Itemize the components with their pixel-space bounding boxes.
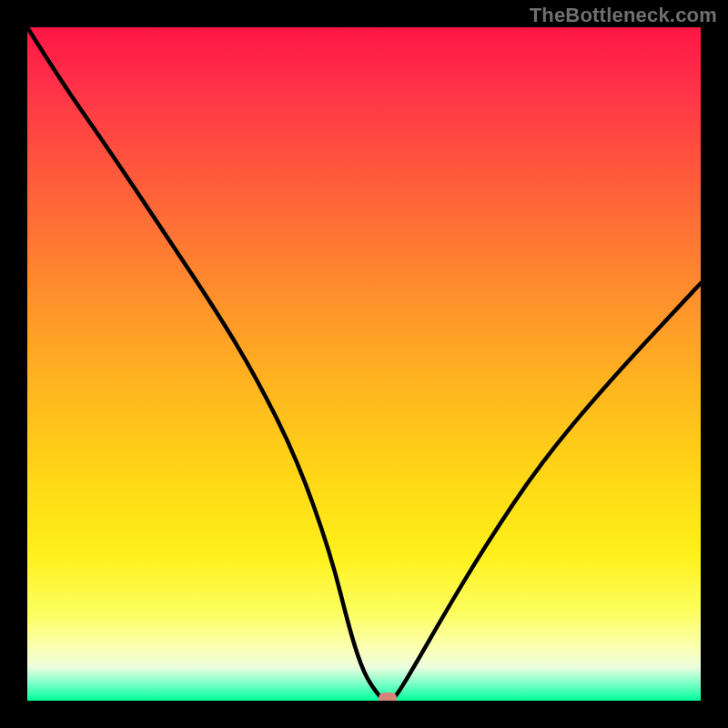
chart-container: TheBottleneck.com: [0, 0, 728, 728]
watermark-label: TheBottleneck.com: [530, 4, 717, 27]
curve-path: [27, 27, 701, 701]
optimal-marker: [379, 693, 397, 701]
bottleneck-curve: [27, 27, 701, 701]
plot-area: [27, 27, 701, 701]
